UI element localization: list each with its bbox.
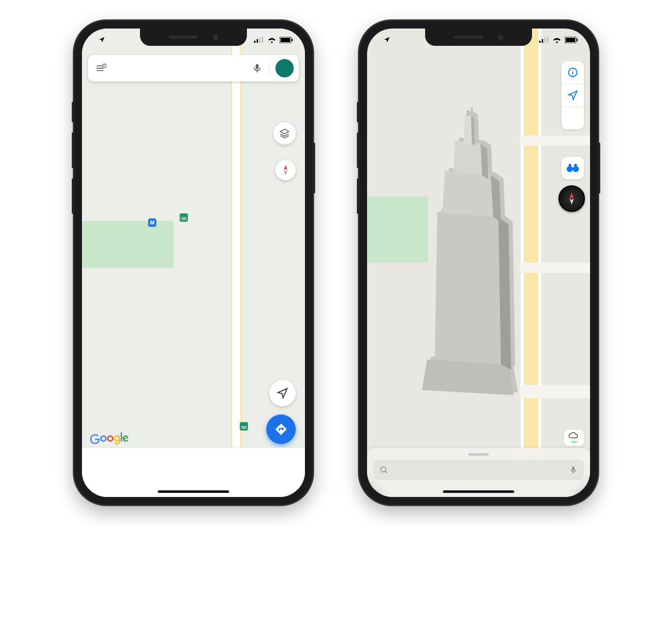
search-bar[interactable] [373, 460, 584, 480]
svg-rect-0 [254, 41, 256, 43]
mic-icon[interactable] [569, 465, 578, 475]
cloud-icon [568, 432, 578, 439]
mic-icon[interactable] [251, 63, 263, 74]
my-location-button[interactable] [269, 380, 296, 406]
google-maps-screen[interactable]: M 🚌 🚌 ? [82, 29, 305, 497]
svg-marker-16 [422, 359, 514, 395]
building-3d-tower [412, 110, 524, 397]
svg-rect-31 [571, 168, 575, 170]
svg-rect-15 [577, 39, 578, 41]
menu-icon[interactable]: ? [95, 63, 106, 74]
search-icon [379, 465, 388, 475]
svg-rect-33 [574, 164, 577, 167]
google-logo [90, 432, 129, 447]
aqi-badge [571, 441, 577, 443]
svg-marker-19 [442, 171, 493, 217]
svg-marker-21 [454, 141, 482, 175]
svg-rect-3 [262, 37, 263, 43]
view-2d-button[interactable] [562, 107, 584, 129]
svg-line-35 [385, 471, 387, 473]
svg-rect-1 [257, 39, 258, 43]
svg-marker-23 [464, 114, 472, 144]
location-arrow-icon [383, 36, 390, 43]
sheet-handle[interactable] [468, 453, 489, 456]
apple-maps-phone [359, 20, 598, 505]
info-button[interactable] [562, 61, 584, 84]
bottom-sheet[interactable] [367, 448, 590, 497]
svg-rect-32 [569, 164, 571, 167]
apple-map-canvas[interactable] [367, 29, 590, 497]
profile-avatar[interactable] [275, 59, 294, 77]
svg-rect-14 [566, 38, 575, 42]
compass-button[interactable] [558, 185, 585, 212]
battery-icon [279, 37, 293, 43]
bus-icon: 🚌 [180, 213, 188, 221]
bus-icon: 🚌 [240, 422, 248, 430]
svg-rect-10 [542, 39, 543, 43]
map-controls[interactable] [562, 61, 584, 129]
look-around-button[interactable] [562, 157, 584, 179]
tracking-button[interactable] [562, 84, 584, 107]
svg-rect-25 [467, 110, 469, 116]
svg-text:?: ? [104, 65, 105, 68]
compass-button[interactable] [275, 160, 296, 180]
wifi-icon [552, 37, 562, 43]
google-maps-phone: M 🚌 🚌 ? [74, 20, 313, 505]
svg-rect-9 [539, 41, 541, 43]
layers-button[interactable] [273, 122, 296, 145]
search-bar[interactable]: ? [88, 55, 299, 81]
wifi-icon [267, 37, 276, 43]
apple-maps-screen[interactable] [367, 29, 590, 497]
location-arrow-icon [98, 36, 105, 43]
cellular-icon [254, 37, 264, 43]
svg-rect-11 [544, 38, 546, 43]
cellular-icon [539, 37, 549, 43]
svg-rect-12 [547, 37, 548, 43]
directions-button[interactable] [266, 414, 296, 444]
svg-rect-2 [259, 38, 261, 43]
svg-rect-5 [281, 38, 290, 42]
subway-icon: M [148, 218, 156, 227]
svg-marker-17 [435, 212, 501, 365]
battery-icon [565, 37, 578, 43]
bottom-tab-bar[interactable] [82, 448, 305, 497]
svg-point-28 [572, 70, 573, 71]
weather-widget[interactable] [564, 430, 584, 446]
svg-point-34 [381, 467, 386, 472]
svg-rect-6 [292, 39, 293, 41]
